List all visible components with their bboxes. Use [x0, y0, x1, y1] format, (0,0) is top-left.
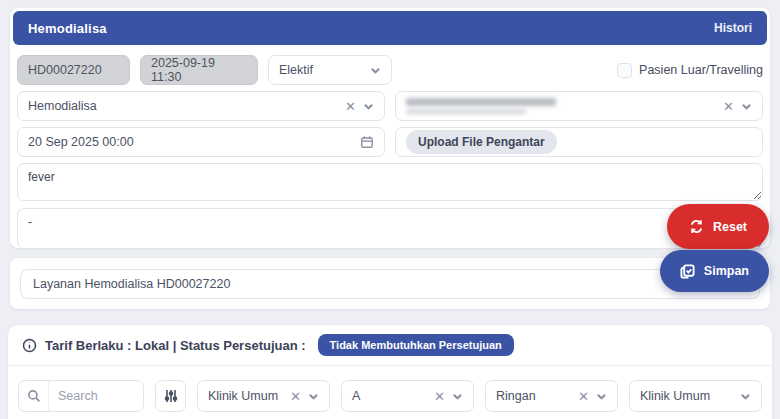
tariff-status-text: Tarif Berlaku : Lokal | Status Persetuju… — [45, 338, 306, 353]
admission-type-value: Elektif — [279, 63, 313, 77]
chevron-down-icon — [596, 391, 607, 402]
filter-select-value: Klinik Umum — [640, 389, 710, 403]
search-box — [18, 380, 144, 412]
patient-name-redacted — [406, 98, 556, 114]
histori-link[interactable]: Histori — [714, 21, 752, 35]
calendar-icon[interactable] — [360, 135, 374, 149]
sliders-icon — [164, 389, 178, 403]
layanan-card — [10, 258, 770, 309]
filter-select-value: Ringan — [496, 389, 536, 403]
filter-select-kategori[interactable]: Ringan ✕ — [485, 380, 618, 412]
chevron-down-icon — [308, 391, 319, 402]
pasien-luar-checkbox[interactable] — [617, 63, 632, 78]
registration-datetime-field: 2025-09-19 11:30 — [140, 55, 258, 85]
filter-select-klinik[interactable]: Klinik Umum ✕ — [197, 380, 330, 412]
clear-icon[interactable]: ✕ — [290, 390, 301, 403]
filter-select-value: A — [352, 389, 360, 403]
save-icon — [680, 264, 695, 279]
search-icon — [27, 389, 41, 403]
pasien-luar-label: Pasien Luar/Travelling — [639, 63, 763, 77]
filter-select-kelas[interactable]: A ✕ — [341, 380, 474, 412]
pasien-luar-checkbox-wrap[interactable]: Pasien Luar/Travelling — [617, 63, 763, 78]
clear-icon[interactable]: ✕ — [434, 390, 445, 403]
clear-icon[interactable]: ✕ — [345, 100, 356, 113]
page-title: Hemodialisa — [28, 21, 107, 36]
reset-button-label: Reset — [713, 220, 747, 234]
service-select[interactable]: Hemodialisa ✕ — [17, 91, 385, 121]
reset-button[interactable]: Reset — [667, 204, 769, 249]
clear-icon[interactable]: ✕ — [578, 390, 589, 403]
chevron-down-icon — [741, 101, 752, 112]
tariff-filter-card: Tarif Berlaku : Lokal | Status Persetuju… — [8, 325, 772, 419]
registration-number-field: HD00027220 — [17, 55, 130, 85]
complaint-textarea[interactable] — [17, 163, 763, 201]
upload-file-button[interactable]: Upload File Pengantar — [406, 130, 557, 154]
chevron-down-icon — [363, 101, 374, 112]
search-icon-box — [19, 381, 49, 411]
schedule-datetime-value: 20 Sep 2025 00:00 — [28, 135, 134, 149]
card-header: Hemodialisa Histori — [13, 11, 767, 45]
reset-icon — [689, 219, 704, 234]
filter-select-value: Klinik Umum — [208, 389, 278, 403]
chevron-down-icon — [370, 65, 381, 76]
chevron-down-icon — [452, 391, 463, 402]
hemodialisa-form-card: Hemodialisa Histori HD00027220 2025-09-1… — [10, 8, 770, 248]
search-input[interactable] — [49, 389, 143, 403]
filter-select-unit[interactable]: Klinik Umum — [629, 380, 762, 412]
service-select-value: Hemodialisa — [28, 99, 97, 113]
patient-select[interactable]: ✕ — [395, 91, 763, 121]
layanan-input[interactable] — [20, 269, 760, 299]
form-row-3: 20 Sep 2025 00:00 Upload File Pengantar — [17, 127, 763, 157]
approval-status-badge: Tidak Membutuhkan Persetujuan — [318, 334, 514, 356]
form-row-2: Hemodialisa ✕ ✕ — [17, 91, 763, 121]
upload-field: Upload File Pengantar — [395, 127, 763, 157]
form-row-1: HD00027220 2025-09-19 11:30 Elektif Pasi… — [17, 55, 763, 85]
admission-type-select[interactable]: Elektif — [268, 55, 392, 85]
simpan-button-label: Simpan — [704, 264, 749, 278]
tariff-status-row: Tarif Berlaku : Lokal | Status Persetuju… — [8, 325, 772, 366]
filter-settings-button[interactable] — [155, 380, 186, 412]
simpan-button[interactable]: Simpan — [660, 250, 769, 292]
chevron-down-icon — [740, 391, 751, 402]
table-filter-row: Klinik Umum ✕ A ✕ Ringan ✕ Klinik Umum — [8, 366, 772, 412]
note-textarea[interactable] — [17, 208, 763, 249]
info-icon — [22, 338, 37, 353]
clear-icon[interactable]: ✕ — [723, 100, 734, 113]
schedule-datetime-input[interactable]: 20 Sep 2025 00:00 — [17, 127, 385, 157]
